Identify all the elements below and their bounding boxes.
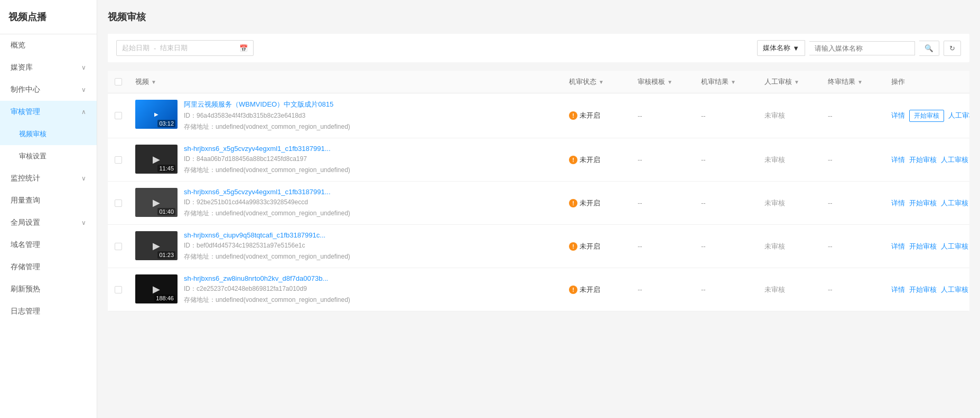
- status-badge: !未开启: [569, 155, 600, 165]
- row-checkbox[interactable]: [115, 156, 122, 164]
- video-storage: 存储地址：undefined(vodnext_common_region_und…: [184, 209, 556, 218]
- sidebar-item-label: 监控统计: [11, 174, 40, 183]
- sidebar-item-domain-management[interactable]: 域名管理: [0, 234, 97, 256]
- machine-result-value: --: [701, 156, 706, 164]
- machine-status-cell: !未开启: [563, 111, 631, 120]
- action-开始审核[interactable]: 开始审核: [909, 285, 937, 294]
- row-checkbox-cell: [108, 112, 129, 119]
- refresh-button[interactable]: ↻: [944, 41, 961, 56]
- machine-result-value: --: [701, 286, 706, 293]
- sidebar-item-production-center[interactable]: 制作中心 ∨: [0, 79, 97, 101]
- status-dot: !: [569, 156, 577, 164]
- review-template-value: --: [638, 242, 642, 250]
- search-button[interactable]: 🔍: [919, 41, 939, 56]
- th-review-template: 审核模板 ▼: [631, 77, 695, 87]
- video-title[interactable]: 阿里云视频服务（WBMVIDEO）中文版成片0815: [184, 100, 556, 109]
- final-result-value: --: [828, 112, 833, 120]
- machine-result-cell: --: [695, 156, 758, 164]
- filter-bar: 起始日期 - 结束日期 📅 媒体名称 ▼ 🔍 ↻: [108, 34, 969, 62]
- start-date-placeholder: 起始日期: [122, 43, 150, 53]
- action-buttons: 详情开始审核人工审核: [891, 242, 968, 251]
- sidebar-item-storage-management[interactable]: 存储管理: [0, 256, 97, 278]
- filter-icon[interactable]: ▼: [731, 79, 736, 85]
- video-thumbnail: ▶11:45: [135, 145, 178, 174]
- sidebar-item-video-review[interactable]: 视频审核: [0, 123, 97, 145]
- action-人工审核[interactable]: 人工审核: [941, 198, 968, 208]
- filter-icon[interactable]: ▼: [857, 79, 863, 85]
- video-id: ID：92be251b01cd44a99833c3928549eccd: [184, 198, 556, 207]
- action-详情[interactable]: 详情: [891, 155, 905, 165]
- date-range-picker[interactable]: 起始日期 - 结束日期 📅: [116, 40, 254, 56]
- th-machine-status: 机审状态 ▼: [563, 77, 631, 87]
- status-badge: !未开启: [569, 111, 600, 120]
- machine-result-cell: --: [695, 242, 758, 250]
- chevron-down-icon: ∨: [81, 175, 86, 182]
- sidebar-item-log-management[interactable]: 日志管理: [0, 300, 97, 322]
- video-info-cell: ▶01:40sh-hrjbxns6_x5g5cvzyv4egxml1_c1fb3…: [129, 188, 563, 218]
- action-人工审核[interactable]: 人工审核: [941, 242, 968, 251]
- filter-icon[interactable]: ▼: [794, 79, 799, 85]
- sidebar-item-label: 用量查询: [11, 196, 40, 205]
- th-actions-label: 操作: [891, 77, 905, 87]
- video-title[interactable]: sh-hrjbxns6_x5g5cvzyv4egxml1_c1fb3187991…: [184, 188, 556, 196]
- row-checkbox[interactable]: [115, 243, 122, 250]
- machine-result-value: --: [701, 242, 706, 250]
- video-duration: 01:40: [157, 208, 175, 215]
- filter-icon[interactable]: ▼: [151, 79, 156, 85]
- chevron-down-icon: ∨: [81, 86, 86, 93]
- video-title[interactable]: sh-hrjbxns6_x5g5cvzyv4egxml1_c1fb3187991…: [184, 145, 556, 153]
- table-row: ▶188:46sh-hrjbxns6_zw8inu8nrto0h2kv_d8f7…: [108, 268, 969, 311]
- select-all-checkbox[interactable]: [115, 78, 122, 86]
- review-template-cell: --: [631, 286, 695, 293]
- video-thumbnail: ▶01:40: [135, 188, 178, 217]
- video-title[interactable]: sh-hrjbxns6_zw8inu8nrto0h2kv_d8f7da0073b…: [184, 274, 556, 282]
- filter-icon[interactable]: ▼: [599, 79, 604, 85]
- status-text: 未开启: [580, 242, 600, 251]
- sidebar-item-usage-query[interactable]: 用量查询: [0, 189, 97, 212]
- video-info-cell: ▶188:46sh-hrjbxns6_zw8inu8nrto0h2kv_d8f7…: [129, 274, 563, 305]
- action-详情[interactable]: 详情: [891, 198, 905, 208]
- action-详情[interactable]: 详情: [891, 111, 905, 120]
- sidebar-item-overview[interactable]: 概览: [0, 34, 97, 56]
- action-人工审核[interactable]: 人工审核: [941, 285, 968, 294]
- video-id: ID：bef0df4d45734c1982531a97e5156e1c: [184, 241, 556, 250]
- sidebar-item-review-management[interactable]: 审核管理 ∧: [0, 101, 97, 123]
- sidebar-item-label: 刷新预热: [11, 284, 40, 294]
- search-input[interactable]: [809, 41, 915, 55]
- sidebar-item-global-settings[interactable]: 全局设置 ∨: [0, 212, 97, 234]
- video-storage: 存储地址：undefined(vodnext_common_region_und…: [184, 166, 556, 175]
- action-开始审核[interactable]: 开始审核: [909, 242, 937, 251]
- action-人工审核[interactable]: 人工审核: [948, 111, 969, 120]
- end-date-placeholder: 结束日期: [160, 43, 188, 53]
- sidebar-item-review-settings[interactable]: 审核设置: [0, 145, 97, 167]
- action-详情[interactable]: 详情: [891, 242, 905, 251]
- sidebar-item-monitoring[interactable]: 监控统计 ∨: [0, 167, 97, 189]
- sidebar-item-media-library[interactable]: 媒资库 ∨: [0, 56, 97, 79]
- machine-result-value: --: [701, 112, 706, 120]
- row-checkbox[interactable]: [115, 286, 122, 293]
- calendar-icon: 📅: [239, 44, 248, 52]
- video-table: 视频 ▼ 机审状态 ▼ 审核模板 ▼ 机审结果 ▼ 人工审核 ▼: [108, 71, 969, 311]
- action-开始审核[interactable]: 开始审核: [909, 110, 944, 122]
- search-type-select[interactable]: 媒体名称 ▼: [757, 40, 805, 56]
- action-详情[interactable]: 详情: [891, 285, 905, 294]
- row-checkbox[interactable]: [115, 200, 122, 207]
- video-thumbnail: ▶188:46: [135, 274, 178, 303]
- manual-review-cell: 未审核: [758, 242, 822, 251]
- th-video: 视频 ▼: [129, 77, 563, 87]
- final-result-cell: --: [822, 199, 885, 207]
- action-人工审核[interactable]: 人工审核: [941, 155, 968, 165]
- video-duration: 188:46: [154, 294, 175, 302]
- info-circle-icon: !: [569, 156, 577, 164]
- play-icon: ▶: [153, 240, 160, 252]
- row-checkbox[interactable]: [115, 112, 122, 119]
- th-manual-review: 人工审核 ▼: [758, 77, 822, 87]
- sidebar-item-refresh-preheat[interactable]: 刷新预热: [0, 278, 97, 300]
- sidebar-item-label: 视频审核: [19, 129, 46, 139]
- action-开始审核[interactable]: 开始审核: [909, 155, 937, 165]
- play-icon: ▶: [153, 197, 160, 208]
- video-title[interactable]: sh-hrjbxns6_ciupv9q58tqtcafi_c1fb3187991…: [184, 231, 556, 239]
- filter-icon[interactable]: ▼: [667, 79, 673, 85]
- action-开始审核[interactable]: 开始审核: [909, 198, 937, 208]
- final-result-value: --: [828, 199, 833, 207]
